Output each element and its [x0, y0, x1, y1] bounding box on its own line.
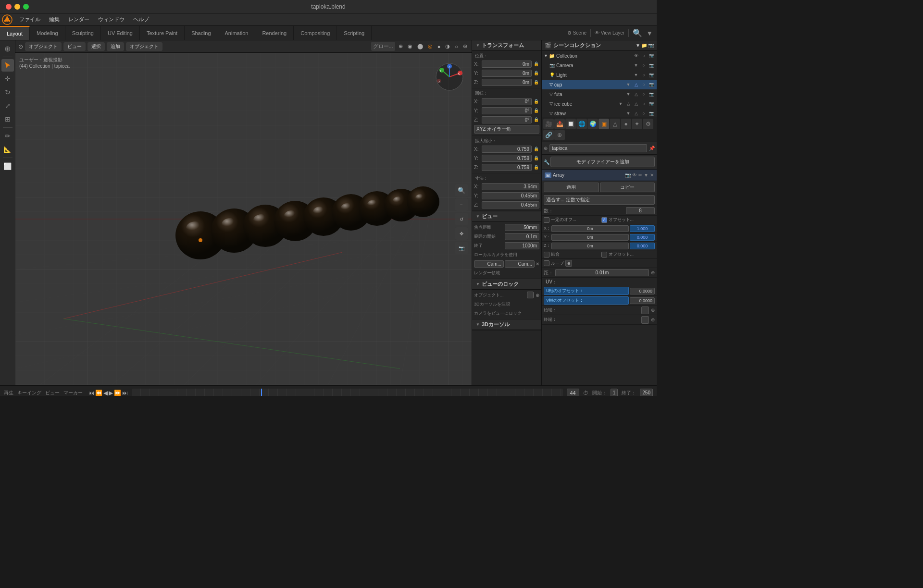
local-cam-extra[interactable]: Cam...	[505, 260, 535, 268]
fit-type-selector[interactable]: 適合す... 定数で指定	[544, 195, 655, 205]
z-offset-val2[interactable]: 0.000	[630, 243, 655, 249]
clip-start-input[interactable]: 0.1m	[505, 233, 539, 240]
y-offset-val2[interactable]: 0.000	[630, 234, 655, 241]
mod-show-render[interactable]: 📷	[625, 172, 631, 178]
exclude-icon[interactable]: 👁	[633, 52, 639, 59]
filter-collection-icon[interactable]: ▼	[636, 43, 640, 48]
x-offset-val1[interactable]: 0m	[551, 225, 629, 232]
focal-input[interactable]: 50mm	[505, 224, 539, 231]
futa-vis1[interactable]: ▼	[625, 91, 632, 98]
copy-button[interactable]: コピー	[600, 183, 655, 192]
tab-scene-props[interactable]: 🌐	[576, 119, 587, 129]
x-offset-val2[interactable]: 1.000	[630, 225, 655, 232]
dim-x-input[interactable]: 3.64m	[482, 183, 539, 190]
light-vis2[interactable]: ○	[640, 72, 647, 78]
search-button[interactable]: 🔍	[633, 28, 642, 37]
filter-button[interactable]: ▼	[646, 29, 653, 37]
tab-sculpting[interactable]: Sculpting	[65, 26, 101, 40]
measure-tool[interactable]: 📐	[1, 143, 14, 156]
u-offset-input[interactable]: 0.0000	[630, 288, 655, 294]
straw-vis2[interactable]: △	[633, 110, 639, 117]
loop-checkbox[interactable]	[544, 260, 549, 266]
zoom-out-button[interactable]: −	[455, 198, 468, 211]
collection-item-cup[interactable]: ▽ cup ▼ △ ○ 📷	[542, 80, 657, 89]
local-cam-input[interactable]: Cam...	[474, 260, 504, 268]
scale-y-lock[interactable]: 🔒	[533, 155, 539, 161]
scale-x-lock[interactable]: 🔒	[533, 146, 539, 152]
straw-vis1[interactable]: ▼	[625, 110, 632, 117]
end-frame-input[interactable]: 250	[640, 389, 653, 396]
next-keyframe-btn[interactable]: ⏩	[114, 390, 121, 396]
close-button[interactable]	[6, 4, 12, 10]
add-menu[interactable]: 追加	[107, 42, 124, 51]
object-lock-checkbox[interactable]	[527, 292, 534, 298]
loop-extra-btn[interactable]: ⊕	[565, 260, 572, 267]
pin-icon[interactable]: 📌	[649, 146, 655, 151]
v-offset-input[interactable]: 0.0000	[630, 297, 655, 304]
ice-vis5[interactable]: 📷	[648, 100, 655, 107]
mod-close[interactable]: ✕	[650, 172, 654, 178]
u-offset-label-btn[interactable]: U軸のオフセット：	[544, 287, 629, 295]
futa-vis3[interactable]: ○	[640, 91, 647, 98]
camera-vis3[interactable]: 📷	[648, 62, 655, 69]
jump-end-btn[interactable]: ⏭	[122, 390, 128, 396]
pos-x-lock[interactable]: 🔒	[533, 61, 539, 67]
ice-vis2[interactable]: △	[625, 100, 632, 107]
zoom-in-button[interactable]: 🔍	[455, 184, 468, 196]
add-cube-tool[interactable]: ⬜	[1, 160, 14, 172]
transform-section-header[interactable]: ▼ トランスフォーム	[472, 40, 541, 51]
add-modifier-button[interactable]: モディファイアーを追加	[550, 157, 655, 167]
start-picker-icon[interactable]: ⊕	[651, 307, 655, 313]
select-menu[interactable]: 選択	[87, 42, 105, 51]
camera-view-button[interactable]: 📷	[455, 242, 468, 254]
pos-z-input[interactable]: 0m	[482, 79, 532, 86]
rot-z-input[interactable]: 0°	[482, 116, 532, 123]
jump-start-btn[interactable]: ⏮	[88, 390, 94, 396]
overlay-toggle[interactable]: ⬤	[416, 43, 424, 49]
dim-y-input[interactable]: 0.455m	[482, 192, 539, 199]
mod-expand[interactable]: ▼	[644, 172, 649, 178]
tab-layout[interactable]: Layout	[0, 26, 30, 40]
object-menu[interactable]: オブジェクト	[126, 42, 162, 51]
tab-output-props[interactable]: 📤	[554, 119, 565, 129]
object-lock-picker[interactable]: ⊕	[536, 293, 539, 298]
global-local-toggle[interactable]: グロー...	[371, 42, 395, 51]
render-mode-material[interactable]: ◑	[444, 43, 451, 49]
viewport-hide-icon[interactable]: ○	[640, 52, 647, 59]
rotate-tool[interactable]: ↻	[1, 86, 14, 98]
tab-animation[interactable]: Animation	[218, 26, 256, 40]
dist-picker[interactable]: ⊕	[651, 270, 655, 275]
tab-texture-paint[interactable]: Texture Paint	[140, 26, 185, 40]
pan-button[interactable]: ✥	[455, 227, 468, 240]
render-hide-icon[interactable]: 📷	[648, 52, 655, 59]
rot-x-lock[interactable]: 🔒	[533, 98, 539, 105]
mod-show-edit[interactable]: ✏	[638, 172, 642, 178]
pos-z-lock[interactable]: 🔒	[533, 79, 539, 86]
object-name-input[interactable]: tapioca	[549, 144, 647, 152]
minimize-button[interactable]	[14, 4, 20, 10]
render-mode-solid[interactable]: ●	[436, 44, 442, 49]
rotation-mode-selector[interactable]: XYZ オイラー角	[474, 125, 539, 134]
view-section-header[interactable]: ▼ ビュー	[472, 211, 541, 222]
merge-checkbox[interactable]	[544, 252, 549, 257]
tab-physics-props[interactable]: ⚙	[643, 119, 653, 129]
futa-vis4[interactable]: 📷	[648, 91, 655, 98]
collection-item-futa[interactable]: ▽ futa ▼ △ ○ 📷	[542, 89, 657, 99]
orbit-button[interactable]: ↺	[455, 213, 468, 225]
straw-vis4[interactable]: 📷	[648, 110, 655, 117]
ice-vis1[interactable]: ▼	[617, 100, 624, 107]
mod-show-viewport[interactable]: 👁	[632, 172, 637, 178]
relative-offset-checkbox[interactable]	[601, 217, 607, 223]
y-offset-val1[interactable]: 0m	[551, 234, 629, 241]
local-cam-close[interactable]: ✕	[536, 261, 539, 267]
cup-vis3[interactable]: ○	[640, 81, 647, 88]
clip-end-input[interactable]: 1000m	[505, 242, 539, 249]
tab-compositing[interactable]: Compositing	[294, 26, 337, 40]
pos-y-input[interactable]: 0m	[482, 70, 532, 77]
rot-z-lock[interactable]: 🔒	[533, 116, 539, 123]
transform-tool[interactable]: ⊞	[1, 113, 14, 125]
tab-scripting[interactable]: Scripting	[337, 26, 372, 40]
tab-data-props[interactable]: ⊕	[554, 130, 565, 140]
apply-button[interactable]: 適用	[544, 183, 599, 192]
straw-vis3[interactable]: ○	[640, 110, 647, 117]
